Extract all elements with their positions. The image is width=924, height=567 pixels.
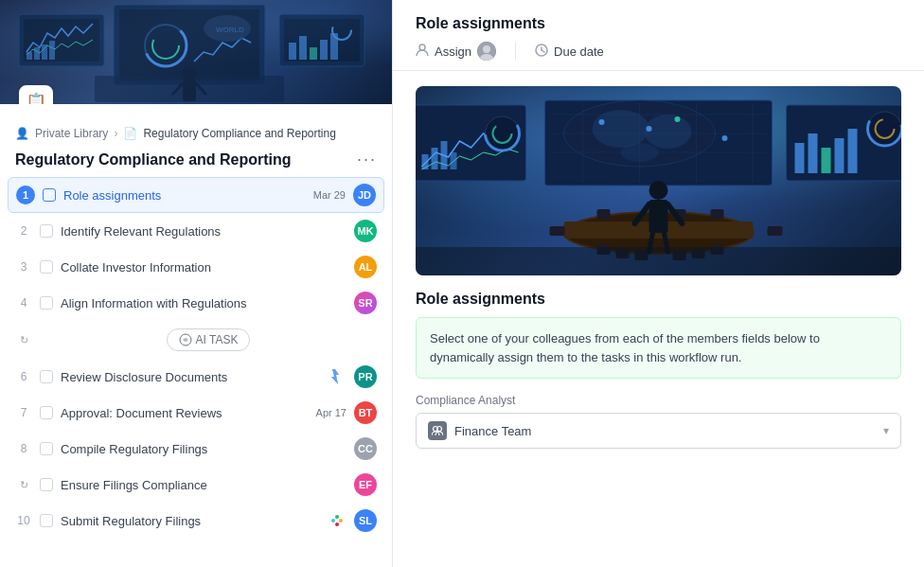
svg-rect-27 xyxy=(331,519,335,523)
assign-label: Assign xyxy=(435,44,471,59)
breadcrumb-current: Regulatory Compliance and Reporting xyxy=(143,127,335,140)
avatar: BT xyxy=(354,401,377,424)
svg-rect-23 xyxy=(183,80,196,101)
task-checkbox[interactable] xyxy=(43,188,56,202)
team-icon xyxy=(428,421,447,440)
task-item[interactable]: 4 Align Information with Regulations SR xyxy=(8,285,384,321)
task-checkbox[interactable] xyxy=(40,478,53,491)
dropdown-value: Finance Team xyxy=(454,424,531,438)
task-number: 4 xyxy=(15,296,32,310)
breadcrumb-sep: › xyxy=(114,127,117,140)
ai-task-badge: AI TASK xyxy=(167,328,251,351)
chevron-down-icon: ▾ xyxy=(883,424,889,437)
task-number: 6 xyxy=(15,370,32,383)
task-item[interactable]: 10 Submit Regulatory Filings SL xyxy=(8,503,384,539)
task-item[interactable]: 2 Identify Relevant Regulations MK xyxy=(8,213,384,249)
task-number: ↻ xyxy=(15,479,32,491)
avatar: PR xyxy=(354,365,377,388)
avatar: CC xyxy=(354,437,377,460)
svg-rect-5 xyxy=(49,41,55,60)
svg-rect-65 xyxy=(795,143,805,173)
task-item[interactable]: 6 Review Disclosure Documents PR xyxy=(8,359,384,395)
integration-icon xyxy=(324,365,346,388)
task-item[interactable]: 3 Collate Investor Information AL xyxy=(8,249,384,285)
svg-point-50 xyxy=(593,110,649,148)
svg-rect-69 xyxy=(848,129,858,173)
task-checkbox[interactable] xyxy=(40,370,53,383)
slack-icon xyxy=(328,511,346,530)
right-panel-header: Role assignments Assign xyxy=(393,0,924,71)
panel-title-row: Regulatory Compliance and Reporting ··· xyxy=(0,146,392,177)
compliance-analyst-dropdown[interactable]: Finance Team ▾ xyxy=(416,413,901,449)
more-options-button[interactable]: ··· xyxy=(357,150,377,169)
task-item[interactable]: ↻ AI TASK xyxy=(8,321,384,359)
panel-title: Regulatory Compliance and Reporting xyxy=(15,151,292,168)
task-name: Approval: Document Reviews xyxy=(61,406,309,420)
task-name: Align Information with Regulations xyxy=(61,296,346,310)
svg-rect-66 xyxy=(808,133,818,173)
svg-point-33 xyxy=(483,45,490,53)
svg-point-51 xyxy=(645,115,692,149)
right-panel-title: Role assignments xyxy=(416,15,901,32)
task-date: Apr 17 xyxy=(316,407,346,418)
avatar: SR xyxy=(354,292,377,314)
task-list: 1 Role assignments Mar 29 JD 2 Identify … xyxy=(0,177,392,567)
task-name: Compile Regulatory Filings xyxy=(61,442,346,456)
breadcrumb-doc-icon: 📄 xyxy=(123,127,137,140)
svg-rect-85 xyxy=(711,209,724,219)
task-checkbox[interactable] xyxy=(40,442,53,455)
task-item[interactable]: 8 Compile Regulatory Filings CC xyxy=(8,431,384,467)
task-date: Mar 29 xyxy=(313,189,346,201)
task-name: Submit Regulatory Filings xyxy=(61,514,320,528)
library-icon: 👤 xyxy=(15,127,29,140)
svg-rect-29 xyxy=(339,519,343,523)
ai-task-label: AI TASK xyxy=(196,333,239,346)
svg-point-22 xyxy=(182,66,197,81)
svg-rect-41 xyxy=(422,154,429,169)
svg-rect-87 xyxy=(649,200,668,233)
task-item[interactable]: ↻ Ensure Filings Compliance EF xyxy=(8,467,384,503)
header-actions: Assign xyxy=(416,42,901,61)
left-panel: WORLD 📋 👤 Private Library › 📄 xyxy=(0,0,393,567)
task-number: 8 xyxy=(15,442,32,455)
svg-rect-16 xyxy=(299,36,307,60)
due-date-action[interactable]: Due date xyxy=(535,44,604,60)
info-box: Select one of your colleagues from each … xyxy=(416,317,901,379)
task-item[interactable]: 7 Approval: Document Reviews Apr 17 BT xyxy=(8,395,384,431)
svg-line-37 xyxy=(542,50,544,52)
task-name: Identify Relevant Regulations xyxy=(61,224,346,239)
svg-rect-17 xyxy=(310,47,317,60)
task-checkbox[interactable] xyxy=(40,224,53,238)
svg-rect-76 xyxy=(768,226,783,236)
header-avatar: 📋 xyxy=(19,85,53,104)
task-name: Review Disclosure Documents xyxy=(61,370,316,384)
task-checkbox[interactable] xyxy=(40,260,53,274)
svg-point-62 xyxy=(675,116,681,122)
task-item[interactable]: 1 Role assignments Mar 29 JD xyxy=(8,177,384,213)
action-divider xyxy=(515,42,516,61)
due-date-label: Due date xyxy=(554,44,604,59)
svg-rect-4 xyxy=(42,44,47,60)
svg-point-31 xyxy=(419,44,425,50)
svg-rect-30 xyxy=(335,523,339,526)
avatar: AL xyxy=(354,256,377,278)
svg-rect-18 xyxy=(320,40,328,60)
svg-point-86 xyxy=(649,181,668,200)
svg-rect-42 xyxy=(432,148,438,169)
hero-image xyxy=(416,86,901,275)
task-checkbox[interactable] xyxy=(40,296,53,310)
task-checkbox[interactable] xyxy=(40,406,53,419)
breadcrumb-library[interactable]: Private Library xyxy=(35,127,108,140)
svg-rect-15 xyxy=(289,43,296,60)
task-checkbox[interactable] xyxy=(40,514,53,527)
ai-icon xyxy=(179,333,192,346)
section-title: Role assignments xyxy=(416,291,901,308)
task-name: Role assignments xyxy=(63,188,306,203)
field-label: Compliance Analyst xyxy=(416,394,901,407)
svg-rect-92 xyxy=(416,247,901,275)
avatar: SL xyxy=(354,509,377,532)
task-number: ↻ xyxy=(15,334,32,346)
assign-action[interactable]: Assign xyxy=(416,42,496,61)
svg-rect-2 xyxy=(27,52,32,60)
breadcrumb: 👤 Private Library › 📄 Regulatory Complia… xyxy=(0,112,392,146)
